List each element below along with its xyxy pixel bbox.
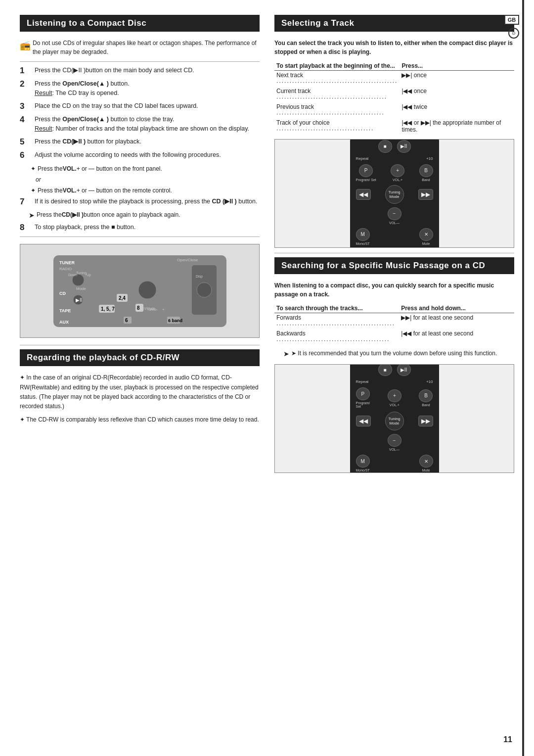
mono-st-btn[interactable]: M bbox=[356, 228, 370, 241]
step-content-7: If it is desired to stop while the playb… bbox=[35, 197, 260, 206]
search-table: To search through the tracks... Press an… bbox=[274, 304, 514, 345]
divider-2 bbox=[20, 236, 260, 237]
program-label: Program/ Set bbox=[356, 178, 376, 182]
program-set-btn[interactable]: P bbox=[359, 164, 373, 177]
band-btn[interactable]: B bbox=[419, 164, 433, 177]
step-6-sub2: ✦ Press the VOL. + or — button on the re… bbox=[31, 186, 260, 195]
track-row2-label: Current track ··························… bbox=[274, 87, 400, 102]
track-table: To start playback at the beginning of th… bbox=[274, 61, 514, 134]
b-program-set-btn[interactable]: P bbox=[356, 387, 370, 400]
left-note-block: 📻 Do not use CDs of irregular shapes lik… bbox=[20, 39, 260, 56]
svg-text:6: 6 bbox=[125, 318, 128, 323]
svg-text:Up: Up bbox=[87, 273, 91, 277]
next-track-btn[interactable]: ▶▶ bbox=[418, 189, 433, 200]
step-4: 4 Press the Open/Close(▲ ) button to clo… bbox=[20, 115, 260, 134]
search-col1-header: To search through the tracks... bbox=[274, 304, 399, 313]
b-stop-btn[interactable]: ■ bbox=[378, 364, 392, 376]
track-col2-header: Press... bbox=[400, 61, 514, 71]
stop-btn[interactable]: ■ bbox=[378, 140, 392, 153]
remote-bottom-row: M Mono/ST ✕ Mute bbox=[356, 228, 433, 245]
right-intro: You can select the track you wish to lis… bbox=[274, 39, 514, 56]
mute-btn[interactable]: ✕ bbox=[419, 228, 433, 241]
b-prev-track-btn[interactable]: ◀◀ bbox=[356, 416, 371, 426]
step-num-7: 7 bbox=[20, 197, 31, 207]
svg-text:Mode: Mode bbox=[76, 286, 87, 291]
right-column: Selecting a Track You can select the tra… bbox=[274, 15, 514, 478]
remote-vol-minus-row: − VOL— bbox=[356, 207, 433, 225]
b-tuning-mode-btn[interactable]: TuningMode bbox=[385, 412, 404, 430]
track-row3-action: |◀◀ twice bbox=[400, 102, 514, 118]
step-content-4: Press the Open/Close(▲ ) button to close… bbox=[35, 115, 260, 134]
remote-b-labels-row1: Repeat +10 bbox=[356, 379, 433, 384]
search-row2-action: |◀◀ for at least one second bbox=[399, 329, 514, 345]
search-row1-action: ▶▶| for at least one second bbox=[399, 313, 514, 330]
device-svg: TUNER RADIO Down Tuning Up Mode CD ▶II T… bbox=[48, 250, 231, 332]
svg-text:2,4: 2,4 bbox=[119, 295, 126, 301]
step-5: 5 Press the CD(▶II ) button for playback… bbox=[20, 137, 260, 147]
divider-3 bbox=[20, 345, 260, 345]
left-column: Listening to a Compact Disc 📻 Do not use… bbox=[20, 15, 260, 478]
svg-text:CD: CD bbox=[59, 291, 66, 296]
right-section-title: Selecting a Track bbox=[274, 15, 514, 32]
cdrw-note-1: ✦ In the case of an original CD-R(Record… bbox=[20, 373, 260, 411]
step-content-8: To stop playback, press the ■ button. bbox=[35, 223, 260, 232]
step-num-2: 2 bbox=[20, 79, 31, 89]
vol-plus-btn[interactable]: + bbox=[391, 164, 404, 177]
track-row2-action: |◀◀ once bbox=[400, 87, 514, 102]
b-next-track-btn[interactable]: ▶▶ bbox=[418, 416, 433, 426]
step-6: 6 Adjust the volume according to needs w… bbox=[20, 150, 260, 160]
step-7-arrow: ➤ Press the CD(▶II ) button once again t… bbox=[29, 210, 260, 221]
right-border bbox=[522, 0, 524, 756]
svg-point-22 bbox=[138, 281, 156, 299]
b-play-pause-btn[interactable]: ▶II bbox=[397, 364, 411, 376]
b-mono-st-btn[interactable]: M bbox=[356, 455, 370, 468]
b-plus10-label: +10 bbox=[426, 379, 433, 384]
remote-b-mid-row1: P Program/Set + VOL.+ B Band bbox=[356, 387, 433, 408]
b-vol-plus-label: VOL.+ bbox=[390, 403, 400, 407]
right-title-text: Selecting a Track bbox=[281, 18, 354, 28]
svg-text:▶II: ▶II bbox=[76, 297, 83, 303]
play-pause-btn[interactable]: ▶II bbox=[397, 140, 411, 153]
remote-mid-row1: P Program/ Set + VOL.+ B Band bbox=[356, 164, 433, 182]
vol-minus-btn[interactable]: − bbox=[388, 207, 401, 220]
b-mute-btn[interactable]: ✕ bbox=[419, 455, 433, 468]
table-row: Next track ·····························… bbox=[274, 71, 514, 87]
cdrw-title: Regarding the playback of CD-R/RW bbox=[20, 349, 260, 366]
svg-point-30 bbox=[197, 283, 212, 297]
step-3: 3 Place the CD on the tray so that the C… bbox=[20, 101, 260, 111]
step-num-3: 3 bbox=[20, 101, 31, 111]
divider-right-1 bbox=[274, 253, 514, 253]
b-vol-plus-btn[interactable]: + bbox=[388, 389, 401, 402]
svg-text:+: + bbox=[162, 307, 165, 312]
step-6-or: or bbox=[36, 175, 260, 184]
remote-labels-row1: Repeat +10 bbox=[356, 156, 433, 161]
track-row1-label: Next track ·····························… bbox=[274, 71, 400, 87]
b-band-btn[interactable]: B bbox=[419, 389, 433, 402]
note-icon: 📻 bbox=[20, 39, 31, 52]
gb-label: GB bbox=[508, 17, 516, 23]
svg-text:1, 5, 7: 1, 5, 7 bbox=[101, 306, 115, 312]
vol-plus-label: VOL.+ bbox=[393, 178, 402, 182]
track-row4-label: Track of your choice ···················… bbox=[274, 118, 400, 134]
prev-track-btn[interactable]: ◀◀ bbox=[356, 189, 371, 200]
remote-b-nav-row: ◀◀ TuningMode ▶▶ bbox=[356, 412, 433, 430]
b-mute-label: Mute bbox=[422, 469, 430, 472]
mute-label: Mute bbox=[422, 242, 430, 245]
table-row: Track of your choice ···················… bbox=[274, 118, 514, 134]
remote-diagram-top: ■ ▶II Repeat +10 P Program/ S bbox=[274, 139, 514, 248]
b-program-label: Program/Set bbox=[356, 401, 370, 408]
table-row: Backwards ······························… bbox=[274, 329, 514, 345]
search-col2-header: Press and hold down... bbox=[399, 304, 514, 313]
step-num-5: 5 bbox=[20, 137, 31, 147]
circle-icon: ⊙ bbox=[512, 31, 516, 36]
b-vol-minus-btn[interactable]: − bbox=[388, 434, 401, 447]
b-repeat-label: Repeat bbox=[356, 379, 369, 384]
table-row: Current track ··························… bbox=[274, 87, 514, 102]
remote-top-row: ■ ▶II bbox=[356, 140, 433, 153]
left-note-text: Do not use CDs of irregular shapes like … bbox=[33, 39, 260, 56]
tuning-mode-btn[interactable]: TuningMode bbox=[385, 185, 404, 204]
svg-text:TAPE: TAPE bbox=[59, 308, 71, 313]
step-num-8: 8 bbox=[20, 223, 31, 233]
step-2: 2 Press the Open/Close(▲ ) button. Resul… bbox=[20, 79, 260, 98]
main-content: Listening to a Compact Disc 📻 Do not use… bbox=[20, 15, 514, 478]
